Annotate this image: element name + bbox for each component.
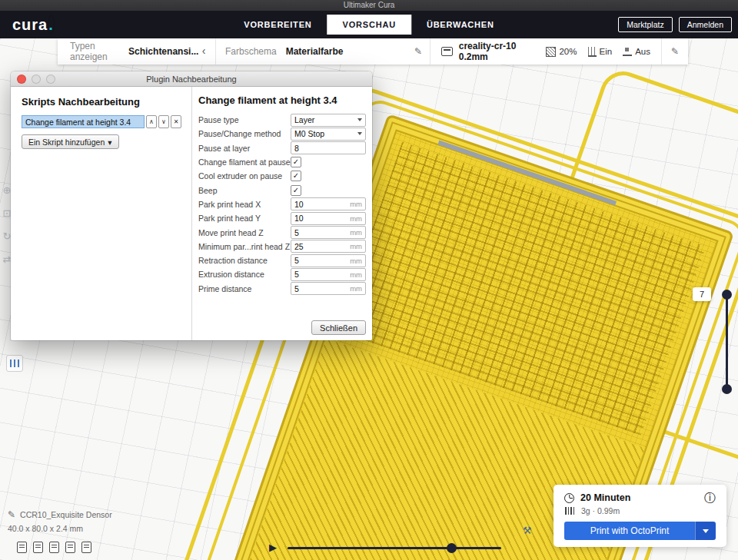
tab-ueberwachen[interactable]: ÜBERWACHEN <box>411 15 510 35</box>
move-head-z-input[interactable]: 5mm <box>291 226 366 239</box>
stage-menu-bar: Typen anzeigen Schichtenansi... ‹ Farbsc… <box>58 38 688 65</box>
clock-icon <box>564 493 574 503</box>
object-list-icons <box>17 542 91 553</box>
field-row: Change filament at pause ✓ <box>198 155 366 169</box>
playback-slider-handle[interactable] <box>447 543 457 553</box>
collapse-chevron-icon[interactable]: ‹ <box>198 45 209 58</box>
pause-type-select[interactable]: Layer <box>291 114 366 127</box>
print-options-dropdown[interactable] <box>695 522 716 540</box>
field-row: Pause at layer 8 <box>198 141 366 155</box>
os-titlebar: Ultimaker Cura <box>0 0 738 11</box>
extrusion-distance-input[interactable]: 5mm <box>291 268 366 281</box>
beep-checkbox[interactable]: ✓ <box>291 185 301 196</box>
print-with-octoprint-button[interactable]: Print with OctoPrint <box>564 522 716 540</box>
view-type-group: Typen anzeigen Schichtenansi... ‹ <box>58 38 215 65</box>
park-head-y-input[interactable]: 10mm <box>291 212 366 225</box>
header-actions: Marktplatz Anmelden <box>618 17 732 32</box>
support-value: Ein <box>600 47 613 56</box>
os-window-title: Ultimaker Cura <box>344 1 395 9</box>
pause-method-select[interactable]: M0 Stop <box>291 128 366 141</box>
move-script-down-button[interactable]: ∨ <box>158 115 169 128</box>
infill-setting[interactable]: 20% <box>546 47 577 57</box>
zoom-window-button[interactable] <box>46 75 55 84</box>
print-settings-pencil-icon[interactable]: ✎ <box>671 46 679 57</box>
printer-settings-group: creality-cr-10 0.2mm 20% Ein Aus ✎ <box>430 38 688 65</box>
view-type-select[interactable]: Schichtenansi... <box>128 46 198 57</box>
material-usage-icon <box>565 507 574 515</box>
divider <box>661 38 662 65</box>
park-head-x-input[interactable]: 10mm <box>291 197 366 210</box>
signin-button[interactable]: Anmelden <box>679 17 732 32</box>
model-name: CCR10_Exquisite Densor <box>20 510 112 519</box>
object-doc-icon[interactable] <box>33 542 43 553</box>
adjust-tools-icon[interactable]: ⚒ <box>523 525 532 536</box>
field-row: Move print head Z 5mm <box>198 225 366 239</box>
support-setting[interactable]: Ein <box>588 47 613 57</box>
retraction-distance-input[interactable]: 5mm <box>291 254 366 267</box>
stage-tabs: VORBEREITEN VORSCHAU ÜBERWACHEN <box>228 11 509 38</box>
field-row: Retraction distance 5mm <box>198 253 366 267</box>
prime-distance-input[interactable]: 5mm <box>291 282 366 295</box>
print-time-estimate: 20 Minuten <box>580 492 630 503</box>
move-script-up-button[interactable]: ∧ <box>146 115 157 128</box>
pause-at-layer-input[interactable]: 8 <box>291 141 366 154</box>
tab-vorschau[interactable]: VORSCHAU <box>327 15 411 35</box>
post-processing-dialog: Plugin Nachbearbeitung Skripts Nachbearb… <box>11 71 372 340</box>
viewport[interactable]: Typen anzeigen Schichtenansi... ‹ Farbsc… <box>0 38 738 560</box>
field-row: Minimum par...rint head Z 25mm <box>198 240 366 253</box>
layer-slider-track[interactable] <box>726 294 728 389</box>
change-filament-checkbox[interactable]: ✓ <box>291 157 301 167</box>
app-window: Ultimaker Cura cura. VORBEREITEN VORSCHA… <box>0 0 738 560</box>
color-scheme-group: Farbschema Materialfarbe ✎ <box>216 38 430 65</box>
tab-vorbereiten[interactable]: VORBEREITEN <box>228 15 327 35</box>
script-settings-panel: Change filament at height 3.4 Pause type… <box>192 87 372 340</box>
rename-pencil-icon[interactable]: ✎ <box>8 509 15 520</box>
dialog-body: Skripts Nachbearbeitung Change filament … <box>11 87 372 340</box>
adhesion-icon <box>623 47 632 56</box>
layer-slider-lower-handle[interactable] <box>722 384 732 394</box>
adhesion-setting[interactable]: Aus <box>623 47 650 56</box>
remove-script-button[interactable]: ✕ <box>171 115 181 128</box>
info-icon[interactable]: ⓘ <box>704 492 716 503</box>
close-dialog-button[interactable]: Schließen <box>311 320 366 335</box>
model-info: ✎ CCR10_Exquisite Densor 40.0 x 80.0 x 2… <box>8 509 112 533</box>
script-settings-heading: Change filament at height 3.4 <box>198 94 366 106</box>
play-button[interactable]: ▶ <box>269 542 277 553</box>
model-dimensions: 40.0 x 80.0 x 2.4 mm <box>8 524 112 533</box>
infill-value: 20% <box>559 47 577 56</box>
close-window-button[interactable] <box>17 75 26 84</box>
color-scheme-select[interactable]: Materialfarbe <box>286 46 344 57</box>
edit-pencil-icon[interactable]: ✎ <box>414 46 422 57</box>
legend-bars-icon <box>10 360 19 367</box>
cool-extruder-checkbox[interactable]: ✓ <box>291 171 301 181</box>
object-doc-icon[interactable] <box>17 542 27 553</box>
field-row: Park print head Y 10mm <box>198 211 366 225</box>
object-doc-icon[interactable] <box>65 542 75 553</box>
add-script-button[interactable]: Ein Skript hinzufügen ▾ <box>22 134 119 149</box>
playback-slider-track[interactable] <box>288 547 501 549</box>
scripts-panel: Skripts Nachbearbeitung Change filament … <box>11 87 192 340</box>
selected-script-name[interactable]: Change filament at height 3.4 <box>22 115 145 128</box>
window-controls <box>17 75 55 84</box>
object-doc-icon[interactable] <box>49 542 59 553</box>
color-legend-toggle[interactable] <box>6 355 23 372</box>
marketplace-button[interactable]: Marktplatz <box>618 17 672 32</box>
field-row: Extrusion distance 5mm <box>198 267 366 281</box>
object-doc-icon[interactable] <box>81 542 91 553</box>
dialog-title: Plugin Nachbearbeitung <box>11 75 372 84</box>
color-scheme-label: Farbschema <box>225 46 277 57</box>
chevron-down-icon <box>703 529 709 533</box>
minimize-window-button[interactable] <box>32 75 41 84</box>
dropdown-arrow-icon: ▾ <box>108 138 111 147</box>
script-list-item[interactable]: Change filament at height 3.4 ∧ ∨ ✕ <box>22 115 181 128</box>
printer-select[interactable]: creality-cr-10 0.2mm <box>459 41 547 62</box>
layer-slider-upper-handle[interactable] <box>722 290 732 300</box>
field-row: Beep ✓ <box>198 183 366 197</box>
printer-icon <box>441 47 453 56</box>
material-usage: 3g · 0.99m <box>581 506 620 515</box>
field-row: Pause/Change method M0 Stop <box>198 127 366 141</box>
min-park-z-input[interactable]: 25mm <box>291 240 366 253</box>
infill-icon <box>546 47 556 57</box>
dialog-titlebar[interactable]: Plugin Nachbearbeitung <box>11 71 372 87</box>
chevron-down-icon <box>357 118 362 121</box>
